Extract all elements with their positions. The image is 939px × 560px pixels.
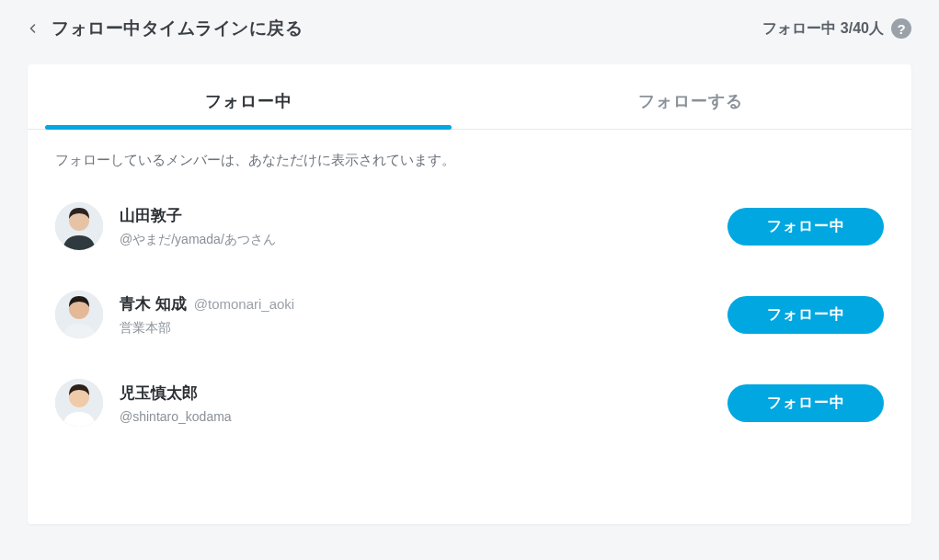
tab-follow[interactable]: フォローする	[470, 64, 912, 129]
back-label: フォロー中タイムラインに戻る	[52, 17, 303, 40]
member-info: 山田敦子@やまだ/yamada/あつさん	[120, 205, 727, 248]
follow-counter-text: フォロー中 3/40人	[762, 19, 884, 39]
member-info: 児玉慎太郎@shintaro_kodama	[120, 383, 727, 424]
member-name-line: 山田敦子	[120, 205, 727, 226]
avatar[interactable]	[55, 379, 103, 427]
tab-label: フォロー中	[205, 92, 292, 110]
follow-button[interactable]: フォロー中	[727, 296, 884, 334]
member-sub: @やまだ/yamada/あつさん	[120, 232, 727, 248]
member-row: 児玉慎太郎@shintaro_kodamaフォロー中	[55, 359, 884, 447]
page-root: フォロー中タイムラインに戻る フォロー中 3/40人 ? フォロー中 フォローす…	[0, 0, 939, 524]
avatar[interactable]	[55, 291, 103, 338]
help-icon[interactable]: ?	[891, 18, 911, 39]
member-row: 山田敦子@やまだ/yamada/あつさんフォロー中	[55, 182, 884, 270]
chevron-left-icon	[28, 23, 39, 34]
member-row: 青木 知成@tomonari_aoki営業本部フォロー中	[55, 270, 884, 359]
member-list: 山田敦子@やまだ/yamada/あつさんフォロー中 青木 知成@tomonari…	[28, 182, 911, 447]
follow-button[interactable]: フォロー中	[727, 208, 884, 246]
tab-label: フォローする	[638, 92, 743, 110]
tab-following[interactable]: フォロー中	[28, 64, 470, 129]
member-info: 青木 知成@tomonari_aoki営業本部	[120, 293, 727, 337]
member-name[interactable]: 山田敦子	[120, 205, 182, 226]
tabs: フォロー中 フォローする	[28, 64, 911, 130]
topbar: フォロー中タイムラインに戻る フォロー中 3/40人 ?	[0, 0, 939, 51]
member-sub: @shintaro_kodama	[120, 409, 727, 424]
follow-button[interactable]: フォロー中	[727, 384, 884, 422]
member-name[interactable]: 青木 知成	[120, 293, 187, 314]
avatar[interactable]	[55, 202, 103, 250]
card: フォロー中 フォローする フォローしているメンバーは、あなただけに表示されていま…	[28, 64, 911, 524]
member-sub: 営業本部	[120, 320, 727, 337]
notice-text: フォローしているメンバーは、あなただけに表示されています。	[28, 130, 911, 182]
member-name-line: 児玉慎太郎	[120, 383, 727, 404]
member-name-line: 青木 知成@tomonari_aoki	[120, 293, 727, 314]
back-link[interactable]: フォロー中タイムラインに戻る	[28, 17, 303, 40]
member-handle-inline: @tomonari_aoki	[194, 296, 294, 312]
follow-counter: フォロー中 3/40人 ?	[762, 18, 911, 39]
member-name[interactable]: 児玉慎太郎	[120, 383, 198, 404]
